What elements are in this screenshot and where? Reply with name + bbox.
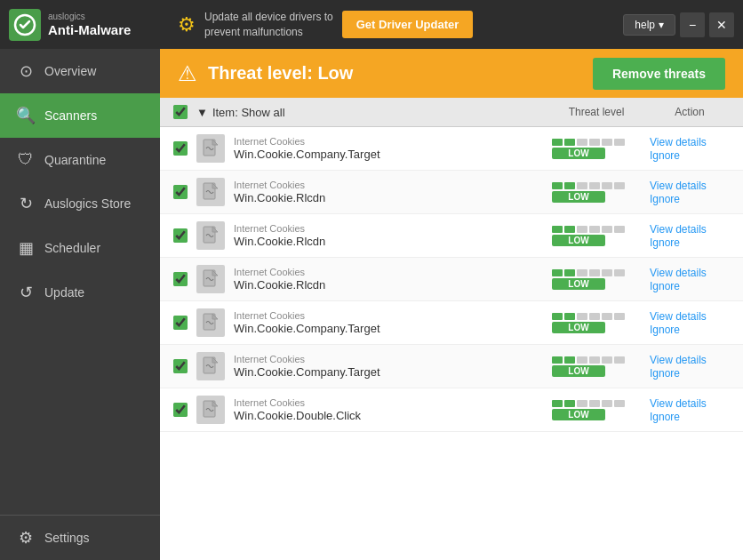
table-row: Internet CookiesWin.Cookie.RlcdnLOWView … — [160, 171, 743, 214]
row-actions: View detailsIgnore — [650, 223, 730, 249]
ignore-link[interactable]: Ignore — [650, 324, 730, 336]
row-checkbox[interactable] — [173, 141, 188, 156]
view-details-link[interactable]: View details — [650, 310, 730, 323]
row-checkbox[interactable] — [173, 272, 188, 286]
threat-level-badge: LOW — [552, 191, 605, 203]
table-row: Internet CookiesWin.Cookie.Company.Targe… — [160, 301, 743, 345]
view-details-link[interactable]: View details — [650, 180, 730, 192]
threat-level-badge: LOW — [552, 409, 605, 420]
row-threat-name: Win.Cookie.Rlcdn — [234, 191, 543, 204]
table-row: Internet CookiesWin.Cookie.Company.Targe… — [160, 127, 743, 171]
file-icon — [196, 265, 225, 293]
row-actions: View detailsIgnore — [650, 180, 730, 205]
row-checkbox[interactable] — [173, 185, 188, 199]
title-bar: auslogics Anti-Malware ⚙ Update all devi… — [0, 0, 743, 49]
row-threat-name: Win.Cookie.Company.Target — [234, 365, 543, 379]
row-info: Internet CookiesWin.Cookie.Rlcdn — [234, 180, 543, 204]
col-action: Action — [650, 106, 730, 118]
row-threat-meter: LOW — [552, 226, 641, 246]
logo-icon — [9, 9, 41, 41]
sidebar-item-quarantine[interactable]: 🛡 Quarantine — [0, 138, 160, 181]
sidebar-item-overview[interactable]: ⊙ Overview — [0, 49, 160, 93]
get-driver-button[interactable]: Get Driver Updater — [342, 11, 474, 38]
store-icon: ↻ — [16, 194, 36, 213]
row-category: Internet Cookies — [234, 310, 543, 322]
threat-bar — [564, 269, 575, 276]
row-threat-meter: LOW — [552, 269, 641, 290]
file-icon — [196, 134, 225, 163]
row-actions: View detailsIgnore — [650, 397, 730, 423]
quarantine-icon: 🛡 — [16, 150, 36, 169]
main-layout: ⊙ Overview 🔍 Scanners 🛡 Quarantine ↻ Aus… — [0, 49, 743, 560]
view-details-link[interactable]: View details — [650, 223, 730, 236]
row-category: Internet Cookies — [234, 180, 543, 191]
select-all-checkbox[interactable] — [173, 105, 188, 119]
table-row: Internet CookiesWin.Cookie.RlcdnLOWView … — [160, 214, 743, 258]
threat-bar — [564, 400, 575, 407]
threat-bar — [564, 182, 575, 189]
help-button[interactable]: help ▾ — [623, 14, 675, 36]
sidebar: ⊙ Overview 🔍 Scanners 🛡 Quarantine ↻ Aus… — [0, 49, 160, 560]
minimize-button[interactable]: − — [680, 12, 705, 37]
row-actions: View detailsIgnore — [650, 310, 730, 336]
sidebar-item-scanners[interactable]: 🔍 Scanners — [0, 93, 160, 138]
view-details-link[interactable]: View details — [650, 397, 730, 410]
threat-bar — [589, 356, 600, 364]
sidebar-item-settings[interactable]: ⚙ Settings — [0, 515, 160, 560]
threat-level-title: Threat level: Low — [208, 63, 582, 84]
threat-bar — [589, 139, 600, 146]
driver-update-icon: ⚙ — [178, 13, 196, 36]
threat-bar — [589, 313, 600, 320]
threat-level-badge: LOW — [552, 235, 605, 246]
view-details-link[interactable]: View details — [650, 354, 730, 366]
threat-level-badge: LOW — [552, 365, 605, 377]
row-checkbox[interactable] — [173, 228, 188, 243]
threat-bar — [564, 139, 575, 146]
row-category: Internet Cookies — [234, 397, 543, 409]
driver-update-banner: ⚙ Update all device drivers toprevent ma… — [164, 10, 623, 40]
file-icon — [196, 396, 225, 424]
ignore-link[interactable]: Ignore — [650, 280, 730, 292]
ignore-link[interactable]: Ignore — [650, 367, 730, 380]
row-category: Internet Cookies — [234, 267, 543, 278]
window-controls: help ▾ − ✕ — [623, 12, 734, 37]
row-category: Internet Cookies — [234, 354, 543, 365]
sidebar-item-update[interactable]: ↺ Update — [0, 270, 160, 315]
remove-threats-button[interactable]: Remove threats — [593, 58, 725, 90]
threat-level-badge: LOW — [552, 322, 605, 333]
threat-bar — [564, 313, 575, 320]
row-info: Internet CookiesWin.Cookie.Rlcdn — [234, 267, 543, 292]
filter-dropdown[interactable]: ▼ Item: Show all — [196, 106, 285, 119]
threat-bar — [552, 226, 563, 233]
threat-bar — [552, 182, 563, 189]
threat-bar — [577, 139, 587, 146]
threat-bar — [564, 356, 575, 364]
row-info: Internet CookiesWin.Cookie.Rlcdn — [234, 223, 543, 248]
table-row: Internet CookiesWin.Cookie.Double.ClickL… — [160, 388, 743, 432]
row-threat-name: Win.Cookie.Rlcdn — [234, 278, 543, 292]
sidebar-item-scheduler[interactable]: ▦ Scheduler — [0, 226, 160, 270]
row-checkbox[interactable] — [173, 403, 188, 417]
view-details-link[interactable]: View details — [650, 267, 730, 279]
ignore-link[interactable]: Ignore — [650, 193, 730, 205]
content-area: ⚠ Threat level: Low Remove threats ▼ Ite… — [160, 49, 743, 560]
view-details-link[interactable]: View details — [650, 136, 730, 148]
sidebar-item-store[interactable]: ↻ Auslogics Store — [0, 181, 160, 226]
row-actions: View detailsIgnore — [650, 354, 730, 380]
scanners-icon: 🔍 — [16, 106, 36, 125]
row-checkbox[interactable] — [173, 316, 188, 330]
row-checkbox[interactable] — [173, 359, 188, 373]
row-threat-name: Win.Cookie.Company.Target — [234, 322, 543, 335]
threat-bar — [552, 269, 563, 276]
file-icon — [196, 308, 225, 337]
ignore-link[interactable]: Ignore — [650, 236, 730, 249]
threat-level-badge: LOW — [552, 148, 605, 159]
threat-bar — [577, 313, 587, 320]
threat-bar — [614, 313, 625, 320]
threat-bar — [577, 182, 587, 189]
threat-bar — [577, 269, 587, 276]
ignore-link[interactable]: Ignore — [650, 149, 730, 162]
ignore-link[interactable]: Ignore — [650, 411, 730, 423]
threat-bar — [602, 400, 612, 407]
close-button[interactable]: ✕ — [709, 12, 734, 37]
